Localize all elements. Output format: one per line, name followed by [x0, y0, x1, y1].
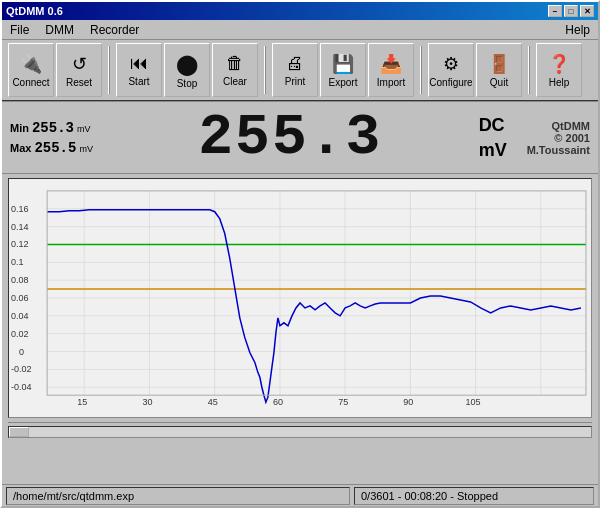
maximize-button[interactable]: □ — [564, 5, 578, 17]
connect-icon: 🔌 — [20, 53, 42, 75]
menu-recorder[interactable]: Recorder — [86, 23, 143, 37]
brand-year: © 2001 — [527, 132, 590, 144]
toolbar-separator-3 — [420, 46, 422, 94]
export-icon: 💾 — [332, 53, 354, 75]
toolbar-separator-1 — [108, 46, 110, 94]
display-section: Min 255.3 mV Max 255.5 mV 255.3 DC mV Qt… — [2, 102, 598, 174]
titlebar: QtDMM 0.6 − □ ✕ — [2, 2, 598, 20]
chart-container: [V] [sec] 0.16 — [8, 178, 592, 418]
brand-author: M.Toussaint — [527, 144, 590, 156]
svg-text:0.02: 0.02 — [11, 329, 29, 339]
toolbar-separator-4 — [528, 46, 530, 94]
min-max-panel: Min 255.3 mV Max 255.5 mV — [10, 120, 110, 156]
menu-items: File DMM Recorder — [6, 23, 143, 37]
window-title: QtDMM 0.6 — [6, 5, 63, 17]
svg-text:-0.02: -0.02 — [11, 364, 32, 374]
main-display: 255.3 — [110, 105, 471, 170]
export-label: Export — [329, 77, 358, 88]
start-label: Start — [128, 76, 149, 87]
stop-label: Stop — [177, 78, 198, 89]
brand-panel: QtDMM © 2001 M.Toussaint — [527, 120, 590, 156]
toolbar: 🔌 Connect ↺ Reset ⏮ Start ⬤ Stop 🗑 Clear… — [2, 40, 598, 102]
svg-text:60: 60 — [273, 397, 283, 407]
quit-label: Quit — [490, 77, 508, 88]
start-button[interactable]: ⏮ Start — [116, 43, 162, 97]
clear-button[interactable]: 🗑 Clear — [212, 43, 258, 97]
svg-text:45: 45 — [208, 397, 218, 407]
help-button[interactable]: ❓ Help — [536, 43, 582, 97]
min-value: 255.3 — [32, 120, 74, 136]
menu-dmm[interactable]: DMM — [41, 23, 78, 37]
min-unit: mV — [77, 124, 91, 134]
status-filepath: /home/mt/src/qtdmm.exp — [6, 487, 350, 505]
quit-button[interactable]: 🚪 Quit — [476, 43, 522, 97]
import-icon: 📥 — [380, 53, 402, 75]
start-icon: ⏮ — [130, 53, 148, 74]
configure-button[interactable]: ⚙ Configure — [428, 43, 474, 97]
max-unit: mV — [79, 144, 93, 154]
print-icon: 🖨 — [286, 53, 304, 74]
titlebar-controls: − □ ✕ — [548, 5, 594, 17]
toolbar-separator-2 — [264, 46, 266, 94]
svg-text:0.04: 0.04 — [11, 311, 29, 321]
statusbar: /home/mt/src/qtdmm.exp 0/3601 - 00:08:20… — [2, 484, 598, 506]
svg-text:0.06: 0.06 — [11, 293, 29, 303]
import-button[interactable]: 📥 Import — [368, 43, 414, 97]
unit-label: mV — [479, 140, 507, 161]
main-window: QtDMM 0.6 − □ ✕ File DMM Recorder Help 🔌… — [0, 0, 600, 508]
reset-label: Reset — [66, 77, 92, 88]
svg-text:0.08: 0.08 — [11, 275, 29, 285]
minimize-button[interactable]: − — [548, 5, 562, 17]
close-button[interactable]: ✕ — [580, 5, 594, 17]
svg-text:0.12: 0.12 — [11, 239, 29, 249]
menu-help[interactable]: Help — [561, 23, 594, 37]
configure-icon: ⚙ — [443, 53, 459, 75]
svg-text:-0.04: -0.04 — [11, 382, 32, 392]
clear-label: Clear — [223, 76, 247, 87]
help-label: Help — [549, 77, 570, 88]
reset-icon: ↺ — [72, 53, 87, 75]
reset-button[interactable]: ↺ Reset — [56, 43, 102, 97]
status-info: 0/3601 - 00:08:20 - Stopped — [354, 487, 594, 505]
quit-icon: 🚪 — [488, 53, 510, 75]
import-label: Import — [377, 77, 405, 88]
max-label: Max — [10, 142, 31, 154]
menu-file[interactable]: File — [6, 23, 33, 37]
svg-text:0: 0 — [19, 347, 24, 357]
configure-label: Configure — [429, 77, 472, 88]
brand-name: QtDMM — [527, 120, 590, 132]
min-row: Min 255.3 mV — [10, 120, 110, 136]
mode-label: DC — [479, 115, 505, 136]
svg-text:75: 75 — [338, 397, 348, 407]
connect-label: Connect — [12, 77, 49, 88]
print-label: Print — [285, 76, 306, 87]
menubar: File DMM Recorder Help — [2, 20, 598, 40]
scrollbar-area — [8, 422, 592, 440]
export-button[interactable]: 💾 Export — [320, 43, 366, 97]
max-value: 255.5 — [34, 140, 76, 156]
svg-text:0.14: 0.14 — [11, 222, 29, 232]
scrollbar-thumb[interactable] — [9, 427, 29, 437]
svg-text:15: 15 — [77, 397, 87, 407]
stop-icon: ⬤ — [176, 52, 198, 76]
svg-text:105: 105 — [466, 397, 481, 407]
clear-icon: 🗑 — [226, 53, 244, 74]
connect-button[interactable]: 🔌 Connect — [8, 43, 54, 97]
scrollbar-track[interactable] — [8, 426, 592, 438]
stop-button[interactable]: ⬤ Stop — [164, 43, 210, 97]
svg-text:30: 30 — [142, 397, 152, 407]
help-icon: ❓ — [548, 53, 570, 75]
svg-text:0.16: 0.16 — [11, 204, 29, 214]
display-right: DC mV — [479, 115, 507, 161]
svg-text:0.1: 0.1 — [11, 257, 24, 267]
min-label: Min — [10, 122, 29, 134]
svg-text:90: 90 — [403, 397, 413, 407]
max-row: Max 255.5 mV — [10, 140, 110, 156]
print-button[interactable]: 🖨 Print — [272, 43, 318, 97]
main-value: 255.3 — [198, 105, 382, 170]
chart-svg: 0.16 0.14 0.12 0.1 0.08 0.06 0.04 0.02 0… — [9, 179, 591, 417]
